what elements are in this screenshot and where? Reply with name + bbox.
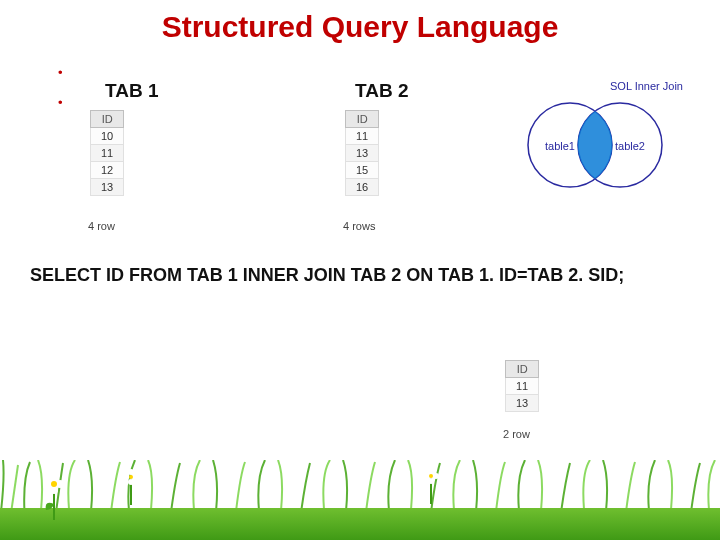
table-cell: 13 xyxy=(91,179,124,196)
svg-point-13 xyxy=(129,475,133,479)
label-tab2: TAB 2 xyxy=(355,80,408,102)
svg-point-3 xyxy=(50,474,58,482)
venn-left-label: table1 xyxy=(545,140,575,152)
svg-point-9 xyxy=(128,469,134,475)
flower-icon xyxy=(420,464,442,504)
table-cell: 12 xyxy=(91,162,124,179)
table-cell: 13 xyxy=(346,145,379,162)
flower-icon xyxy=(120,465,142,505)
table-tab1: ID 10 11 12 13 xyxy=(90,110,124,196)
venn-caption: SOL Inner Join xyxy=(610,80,683,92)
svg-point-17 xyxy=(433,473,439,479)
label-tab1: TAB 1 xyxy=(105,80,158,102)
tab2-caption: 4 rows xyxy=(343,220,375,232)
svg-point-16 xyxy=(423,473,429,479)
result-caption: 2 row xyxy=(503,428,530,440)
sql-query: SELECT ID FROM TAB 1 INNER JOIN TAB 2 ON… xyxy=(30,265,624,286)
svg-point-12 xyxy=(128,479,134,485)
svg-point-11 xyxy=(133,474,139,480)
table-cell: 16 xyxy=(346,179,379,196)
tab1-caption: 4 row xyxy=(88,220,115,232)
venn-right-label: table2 xyxy=(615,140,645,152)
table-result: ID 11 13 xyxy=(505,360,539,412)
svg-point-15 xyxy=(428,468,434,474)
svg-point-6 xyxy=(50,486,58,494)
tab1-header: ID xyxy=(91,111,124,128)
result-header: ID xyxy=(506,361,539,378)
svg-point-7 xyxy=(51,481,57,487)
svg-point-10 xyxy=(123,474,129,480)
table-cell: 13 xyxy=(506,395,539,412)
page-title: Structured Query Language xyxy=(0,10,720,44)
svg-point-18 xyxy=(428,478,434,484)
table-cell: 11 xyxy=(506,378,539,395)
svg-point-4 xyxy=(44,480,52,488)
table-cell: 11 xyxy=(91,145,124,162)
table-cell: 10 xyxy=(91,128,124,145)
table-cell: 11 xyxy=(346,128,379,145)
table-tab2: ID 11 13 15 16 xyxy=(345,110,379,196)
venn-diagram: SOL Inner Join table1 table2 xyxy=(500,80,690,200)
bullet-list: • • xyxy=(58,58,63,118)
table-cell: 15 xyxy=(346,162,379,179)
svg-point-5 xyxy=(56,480,64,488)
bullet-dot: • xyxy=(58,88,63,118)
tab2-header: ID xyxy=(346,111,379,128)
bullet-dot: • xyxy=(58,58,63,88)
grass-decoration xyxy=(0,470,720,540)
svg-point-19 xyxy=(429,474,433,478)
flower-icon xyxy=(40,470,68,520)
